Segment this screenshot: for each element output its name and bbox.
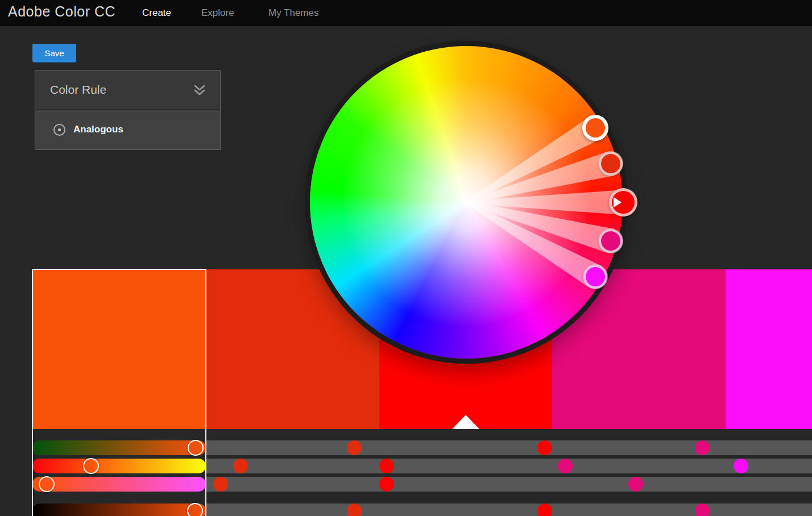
- color-rule-header[interactable]: Color Rule: [35, 70, 220, 110]
- slider-green[interactable]: [32, 459, 206, 473]
- slider-dot-green-swatch-3[interactable]: [379, 459, 394, 473]
- slider-dot-brightness-swatch-3[interactable]: [537, 503, 552, 516]
- slider-track-brightness[interactable]: [206, 503, 812, 516]
- top-navbar: Adobe Color CC Create Explore My Themes: [0, 0, 812, 26]
- slider-track-red[interactable]: [206, 440, 812, 455]
- wheel-marker-active[interactable]: [582, 115, 608, 141]
- color-rule-title: Color Rule: [50, 83, 106, 97]
- nav-tab-create[interactable]: Create: [142, 7, 171, 19]
- wheel-marker[interactable]: [599, 152, 623, 176]
- wheel-marker[interactable]: [583, 265, 607, 289]
- slider-dot-green-swatch-4[interactable]: [558, 459, 573, 473]
- slider-handle-green[interactable]: [83, 458, 99, 474]
- slider-dot-red-swatch-2[interactable]: [347, 440, 362, 455]
- slider-dot-green-swatch-2[interactable]: [233, 459, 248, 473]
- slider-dot-blue-swatch-4[interactable]: [628, 477, 643, 492]
- slider-track-blue[interactable]: [206, 477, 812, 492]
- wheel-marker-base[interactable]: [609, 188, 637, 217]
- slider-dot-blue-swatch-2[interactable]: [213, 477, 228, 492]
- swatch-1[interactable]: [32, 269, 206, 429]
- slider-dot-brightness-swatch-4[interactable]: [695, 503, 710, 516]
- nav-tab-explore[interactable]: Explore: [201, 7, 234, 19]
- slider-dot-red-swatch-4[interactable]: [695, 440, 710, 455]
- slider-blue[interactable]: [32, 477, 206, 492]
- color-rule-selected-label: Analogous: [73, 124, 123, 135]
- save-button[interactable]: Save: [32, 44, 76, 63]
- base-marker-notch-icon: [614, 197, 622, 207]
- slider-handle-blue[interactable]: [39, 476, 55, 492]
- slider-red[interactable]: [32, 440, 206, 455]
- wheel-marker[interactable]: [599, 229, 623, 253]
- swatch-5[interactable]: [726, 269, 812, 429]
- app-logo[interactable]: Adobe Color CC: [8, 3, 115, 20]
- slider-handle-brightness[interactable]: [187, 503, 203, 516]
- nav-tab-my-themes[interactable]: My Themes: [268, 7, 319, 19]
- slider-dot-brightness-swatch-2[interactable]: [347, 503, 362, 516]
- slider-track-green[interactable]: [206, 459, 812, 473]
- color-wheel[interactable]: [310, 46, 623, 359]
- radio-selected-icon: [53, 124, 65, 136]
- slider-dot-blue-swatch-3[interactable]: [379, 477, 394, 492]
- color-rule-panel: Color Rule Analogous: [35, 70, 221, 150]
- double-chevron-down-icon[interactable]: [193, 84, 206, 97]
- base-color-indicator-icon: [452, 415, 479, 429]
- slider-brightness[interactable]: [32, 503, 206, 516]
- color-rule-option-analogous[interactable]: Analogous: [35, 110, 220, 149]
- adobe-color-app: Adobe Color CC Create Explore My Themes …: [0, 0, 812, 516]
